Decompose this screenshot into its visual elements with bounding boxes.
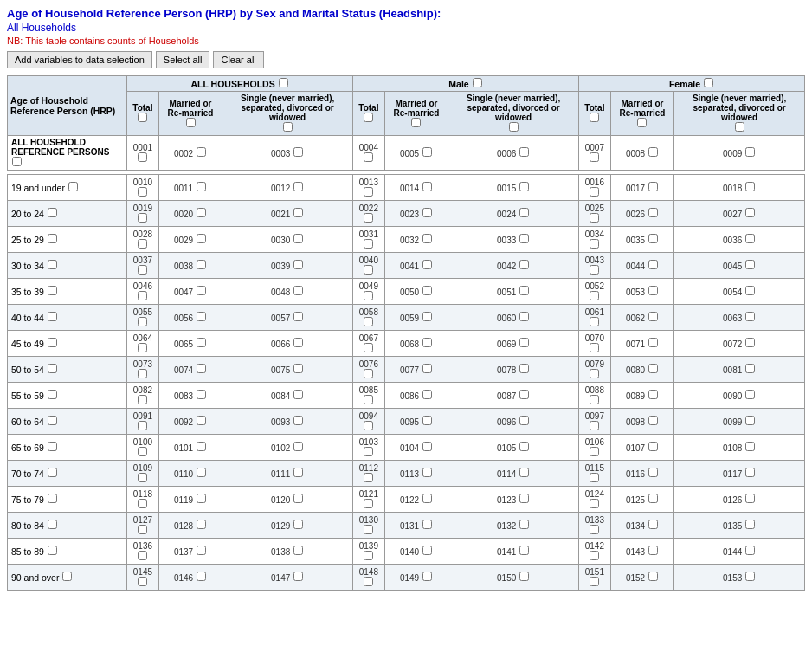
cell-checkbox[interactable] xyxy=(590,577,599,586)
cell-checkbox[interactable] xyxy=(590,525,599,534)
row-checkbox[interactable] xyxy=(48,208,57,217)
cell-checkbox[interactable] xyxy=(138,369,147,378)
cell-checkbox[interactable] xyxy=(590,551,599,560)
all-households-checkbox[interactable] xyxy=(279,78,288,87)
m-total-cb[interactable] xyxy=(364,113,373,122)
cell-checkbox[interactable] xyxy=(648,208,658,217)
m-single-cb[interactable] xyxy=(509,122,519,132)
cell-checkbox[interactable] xyxy=(422,260,432,269)
cell-checkbox[interactable] xyxy=(745,520,755,529)
cell-checkbox[interactable] xyxy=(293,312,303,321)
cell-checkbox[interactable] xyxy=(364,343,373,352)
cell-checkbox[interactable] xyxy=(138,551,147,560)
cell-checkbox[interactable] xyxy=(364,152,373,162)
cell-checkbox[interactable] xyxy=(648,546,658,555)
cell-checkbox[interactable] xyxy=(745,390,755,399)
cell-checkbox[interactable] xyxy=(364,317,373,326)
cell-checkbox[interactable] xyxy=(197,494,206,503)
cell-checkbox[interactable] xyxy=(293,260,303,269)
cell-checkbox[interactable] xyxy=(422,442,432,451)
cell-checkbox[interactable] xyxy=(648,338,658,347)
clear-all-button[interactable]: Clear all xyxy=(213,51,263,68)
cell-checkbox[interactable] xyxy=(293,520,303,529)
row-checkbox[interactable] xyxy=(48,312,57,321)
cell-checkbox[interactable] xyxy=(590,213,599,223)
cell-checkbox[interactable] xyxy=(364,265,373,275)
ah-single-cb[interactable] xyxy=(283,122,293,132)
cell-checkbox[interactable] xyxy=(422,416,432,425)
cell-checkbox[interactable] xyxy=(648,442,658,451)
cell-checkbox[interactable] xyxy=(422,364,432,373)
cell-checkbox[interactable] xyxy=(745,286,755,295)
cell-checkbox[interactable] xyxy=(364,447,373,456)
cell-checkbox[interactable] xyxy=(293,468,303,477)
cell-checkbox[interactable] xyxy=(197,312,206,321)
cell-checkbox[interactable] xyxy=(138,421,147,430)
cell-checkbox[interactable] xyxy=(138,152,147,162)
cell-checkbox[interactable] xyxy=(519,260,529,269)
cell-checkbox[interactable] xyxy=(422,572,432,581)
cell-checkbox[interactable] xyxy=(648,234,658,243)
cell-checkbox[interactable] xyxy=(422,208,432,217)
cell-checkbox[interactable] xyxy=(293,442,303,451)
cell-checkbox[interactable] xyxy=(590,265,599,275)
cell-checkbox[interactable] xyxy=(519,312,529,321)
cell-checkbox[interactable] xyxy=(745,572,755,581)
cell-checkbox[interactable] xyxy=(197,260,206,269)
cell-checkbox[interactable] xyxy=(293,390,303,399)
cell-checkbox[interactable] xyxy=(590,317,599,326)
f-total-cb[interactable] xyxy=(590,113,599,122)
row-checkbox[interactable] xyxy=(48,468,57,477)
cell-checkbox[interactable] xyxy=(648,312,658,321)
cell-checkbox[interactable] xyxy=(519,364,529,373)
cell-checkbox[interactable] xyxy=(648,520,658,529)
cell-checkbox[interactable] xyxy=(590,291,599,300)
cell-checkbox[interactable] xyxy=(138,239,147,249)
cell-checkbox[interactable] xyxy=(364,525,373,534)
row-checkbox[interactable] xyxy=(48,390,57,399)
cell-checkbox[interactable] xyxy=(197,286,206,295)
cell-checkbox[interactable] xyxy=(519,468,529,477)
cell-checkbox[interactable] xyxy=(648,468,658,477)
cell-checkbox[interactable] xyxy=(590,499,599,508)
cell-checkbox[interactable] xyxy=(364,187,373,197)
cell-checkbox[interactable] xyxy=(519,147,529,157)
cell-checkbox[interactable] xyxy=(197,390,206,399)
cell-checkbox[interactable] xyxy=(590,343,599,352)
cell-checkbox[interactable] xyxy=(519,546,529,555)
cell-checkbox[interactable] xyxy=(422,338,432,347)
cell-checkbox[interactable] xyxy=(138,291,147,300)
cell-checkbox[interactable] xyxy=(519,286,529,295)
cell-checkbox[interactable] xyxy=(364,395,373,404)
cell-checkbox[interactable] xyxy=(197,234,206,243)
cell-checkbox[interactable] xyxy=(138,447,147,456)
cell-checkbox[interactable] xyxy=(422,468,432,477)
cell-checkbox[interactable] xyxy=(590,395,599,404)
cell-checkbox[interactable] xyxy=(745,312,755,321)
cell-checkbox[interactable] xyxy=(364,291,373,300)
cell-checkbox[interactable] xyxy=(197,546,206,555)
cell-checkbox[interactable] xyxy=(745,546,755,555)
cell-checkbox[interactable] xyxy=(293,147,303,157)
ah-total-cb[interactable] xyxy=(138,113,147,122)
row-checkbox[interactable] xyxy=(68,182,78,191)
cell-checkbox[interactable] xyxy=(590,447,599,456)
cell-checkbox[interactable] xyxy=(138,499,147,508)
cell-checkbox[interactable] xyxy=(197,520,206,529)
cell-checkbox[interactable] xyxy=(745,182,755,191)
row-checkbox[interactable] xyxy=(48,364,57,373)
cell-checkbox[interactable] xyxy=(648,390,658,399)
row-checkbox[interactable] xyxy=(48,442,57,451)
cell-checkbox[interactable] xyxy=(197,208,206,217)
cell-checkbox[interactable] xyxy=(364,369,373,378)
cell-checkbox[interactable] xyxy=(422,390,432,399)
row-checkbox[interactable] xyxy=(48,234,57,243)
cell-checkbox[interactable] xyxy=(648,147,658,157)
all-hh-row-cb[interactable] xyxy=(12,157,22,166)
cell-checkbox[interactable] xyxy=(422,182,432,191)
cell-checkbox[interactable] xyxy=(364,239,373,249)
cell-checkbox[interactable] xyxy=(590,187,599,197)
cell-checkbox[interactable] xyxy=(197,182,206,191)
cell-checkbox[interactable] xyxy=(293,182,303,191)
cell-checkbox[interactable] xyxy=(364,499,373,508)
